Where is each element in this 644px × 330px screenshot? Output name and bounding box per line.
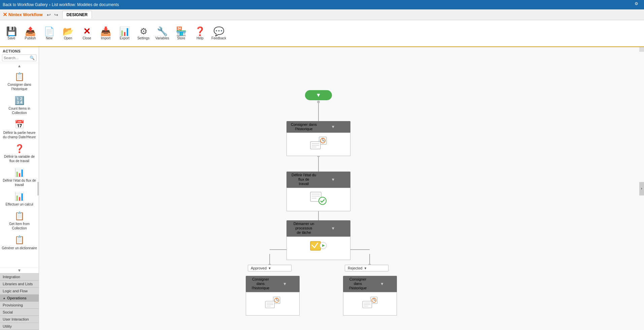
action-definir-var-icon: ❓ [14, 143, 25, 154]
canvas-scroll-top [639, 47, 644, 52]
toolbar-store-label: Store [177, 36, 185, 40]
toolbar-store-button[interactable]: 🏪Store [172, 22, 190, 45]
branch-approved-arrow: ▼ [268, 266, 271, 270]
toolbar-publish-button[interactable]: 📤Publish [22, 22, 39, 45]
scroll-down-arrow[interactable]: ▼ [0, 267, 39, 273]
start-node[interactable]: ▼ [305, 90, 332, 100]
scroll-up-arrow[interactable]: ▲ [0, 63, 39, 69]
node-consigner1-menu[interactable]: ▼ [318, 124, 348, 129]
toolbar-export-button[interactable]: 📊Export [116, 22, 133, 45]
node-demarrer-tache-menu[interactable]: ▼ [318, 226, 348, 231]
category-utility[interactable]: Utility [0, 323, 39, 330]
node-consigner1-header[interactable]: Consigner dansl'historique ▼ [286, 121, 350, 133]
action-effectuer-calcul[interactable]: 📊Effectuer un calcul [0, 189, 39, 209]
actions-list: 📋Consigner dans l'historique🔢Count Items… [0, 69, 39, 267]
action-definir-etat[interactable]: 📊Définir l'état du flux de travail [0, 165, 39, 189]
action-count-items-icon: 🔢 [14, 95, 25, 106]
node-demarrer-tache-icon [310, 240, 327, 257]
toolbar-publish-label: Publish [25, 36, 36, 40]
node-definir-etat-label: Définir l'état du flux detravail [289, 173, 318, 186]
toolbar-import-label: Import [101, 36, 110, 40]
toolbar-import-button[interactable]: 📥Import [97, 22, 114, 45]
node-definir-etat-menu[interactable]: ▼ [318, 177, 348, 182]
node-demarrer-tache-header[interactable]: Démarrer un processusde tâche ▼ [286, 220, 350, 236]
node-demarrer-tache-body [286, 236, 350, 260]
node-consigner-approved: Consigner dansl'historique ▼ [246, 276, 300, 316]
node-consigner1-label: Consigner dansl'historique [289, 122, 318, 131]
branch-approved-label: Approved [251, 266, 267, 270]
category-logic-flow[interactable]: Logic and Flow [0, 288, 39, 295]
topbar-settings-icon[interactable]: ⚙ [635, 1, 641, 8]
node-consigner1: Consigner dansl'historique ▼ [286, 121, 350, 156]
node-definir-etat-body [286, 188, 350, 211]
action-consigner-hist-icon: 📋 [14, 71, 25, 82]
tab-designer[interactable]: DESIGNER [62, 11, 92, 19]
toolbar-help-button[interactable]: ❓Help [191, 22, 209, 45]
toolbar-close-label: Close [82, 36, 91, 40]
canvas[interactable]: ▼ Consigner dansl'historique ▼ [39, 47, 644, 330]
toolbar-save-button[interactable]: 💾Save [3, 22, 20, 45]
toolbar-variables-icon: 🔧 [157, 27, 168, 36]
toolbar-feedback-label: Feedback [211, 36, 226, 40]
category-libraries-lists[interactable]: Libraries and Lists [0, 281, 39, 288]
toolbar-help-icon: ❓ [195, 27, 205, 36]
action-get-item-label: Get Item from Collection [1, 222, 37, 230]
node-consigner-rejected-header[interactable]: Consigner dansl'historique ▼ [343, 276, 397, 292]
breadcrumb: Back to Workflow Gallery › List workflow… [3, 2, 641, 7]
toolbar-variables-button[interactable]: 🔧Variables [154, 22, 171, 45]
toolbar-new-label: New [46, 36, 53, 40]
redo-button[interactable]: ↪ [53, 11, 60, 18]
sidebar: ACTIONS 🔍 ▲ 📋Consigner dans l'historique… [0, 47, 39, 330]
category-provisioning[interactable]: Provisioning [0, 302, 39, 309]
toolbar-feedback-icon: 💬 [213, 27, 224, 36]
action-definir-var[interactable]: ❓Définir la variable de flux de travail [0, 141, 39, 165]
node-consigner1-body [286, 133, 350, 156]
search-button[interactable]: 🔍 [29, 55, 36, 61]
branch-rejected[interactable]: Rejected ▼ [345, 265, 388, 271]
back-link[interactable]: Back to Workflow Gallery [3, 2, 48, 7]
action-generer-dict-label: Générer un dictionnaire [2, 246, 37, 250]
undo-button[interactable]: ↩ [45, 11, 52, 18]
action-definir-date[interactable]: 📅Définir la partie heure du champ Date/H… [0, 117, 39, 141]
node-consigner-approved-menu[interactable]: ▼ [273, 282, 297, 286]
toolbar-open-button[interactable]: 📂Open [59, 22, 77, 45]
category-user-interaction[interactable]: User Interaction [0, 316, 39, 323]
action-consigner-hist-label: Consigner dans l'historique [1, 82, 37, 91]
toolbar-new-button[interactable]: 📄New [40, 22, 58, 45]
node-definir-etat-header[interactable]: Définir l'état du flux detravail ▼ [286, 172, 350, 188]
toolbar-close-icon: ✕ [83, 27, 91, 36]
action-generer-dict[interactable]: 📋Générer un dictionnaire [0, 232, 39, 252]
action-definir-etat-label: Définir l'état du flux de travail [1, 178, 37, 187]
action-get-item[interactable]: 📋Get Item from Collection [0, 209, 39, 232]
app-logo: ✕ Nintex Workflow [3, 11, 43, 18]
logo-x-icon: ✕ [3, 11, 7, 18]
branch-approved[interactable]: Approved ▼ [248, 265, 292, 271]
category-social[interactable]: Social [0, 309, 39, 316]
category-operations[interactable]: Operations [0, 295, 39, 302]
toolbar-feedback-button[interactable]: 💬Feedback [210, 22, 228, 45]
action-get-item-icon: 📋 [14, 211, 25, 221]
toolbar-settings-button[interactable]: ⚙Settings [135, 22, 152, 45]
top-bar: Back to Workflow Gallery › List workflow… [0, 0, 644, 9]
toolbar-close-button[interactable]: ✕Close [78, 22, 96, 45]
node-consigner-rejected-body [343, 292, 397, 316]
branch-rejected-arrow: ▼ [364, 266, 367, 270]
action-consigner-hist[interactable]: 📋Consigner dans l'historique [0, 69, 39, 93]
toolbar-export-icon: 📊 [119, 27, 130, 36]
canvas-scroll-right[interactable]: › [639, 182, 644, 195]
toolbar: 💾Save📤Publish📄New📂Open✕Close📥Import📊Expo… [0, 20, 644, 47]
action-count-items[interactable]: 🔢Count Items in Collection [0, 93, 39, 117]
search-input[interactable] [2, 55, 29, 61]
node-consigner-rejected-icon [362, 296, 378, 312]
toolbar-publish-icon: 📤 [25, 27, 36, 36]
toolbar-settings-label: Settings [137, 36, 149, 40]
toolbar-new-icon: 📄 [44, 27, 55, 36]
branch-rejected-label: Rejected [348, 266, 362, 270]
node-consigner-rejected-menu[interactable]: ▼ [370, 282, 394, 286]
node-consigner-approved-label: Consigner dansl'historique [248, 277, 273, 291]
workflow-title: List workflow: Modèles de documents [52, 2, 119, 7]
category-list: IntegrationLibraries and ListsLogic and … [0, 273, 39, 330]
node-consigner-rejected: Consigner dansl'historique ▼ [343, 276, 397, 316]
node-consigner-approved-header[interactable]: Consigner dansl'historique ▼ [246, 276, 300, 292]
category-integration[interactable]: Integration [0, 273, 39, 281]
